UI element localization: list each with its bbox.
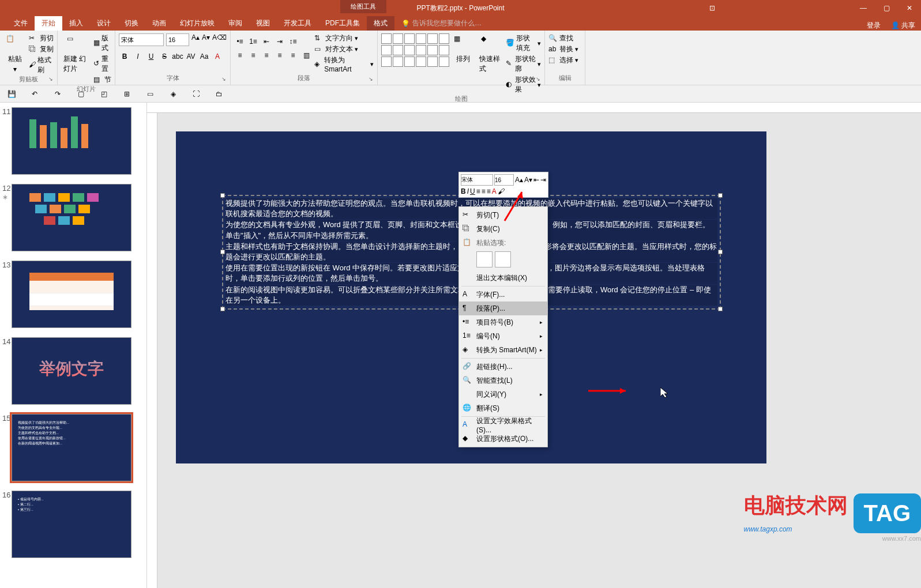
resize-handle-sw[interactable] bbox=[220, 307, 225, 311]
ctx-paragraph[interactable]: ¶段落(P)... bbox=[459, 301, 547, 315]
ctx-copy[interactable]: ⿻复制(C) bbox=[459, 222, 547, 236]
close-icon[interactable]: ✕ bbox=[898, 0, 921, 16]
ctx-translate[interactable]: 🌐翻译(S) bbox=[459, 401, 547, 415]
ctx-font[interactable]: A字体(F)... bbox=[459, 288, 547, 301]
ctx-bullets[interactable]: •≡项目符号(B)▸ bbox=[459, 315, 547, 329]
mini-indent-inc-icon[interactable]: ⇥ bbox=[540, 176, 546, 184]
quick-styles-button[interactable]: ◆快速样式 bbox=[477, 33, 503, 75]
strike-button[interactable]: S bbox=[159, 51, 170, 62]
tab-file[interactable]: 文件 bbox=[7, 16, 35, 31]
arrange-button[interactable]: ▦排列 bbox=[452, 33, 475, 65]
mini-dec-font-icon[interactable]: A▾ bbox=[524, 176, 532, 184]
bullets-button[interactable]: •≡ bbox=[234, 36, 246, 47]
signin-link[interactable]: 登录 bbox=[867, 21, 881, 31]
mini-inc-font-icon[interactable]: A▴ bbox=[515, 176, 523, 184]
tell-me-search[interactable]: 💡告诉我您想要做什么… bbox=[394, 16, 488, 31]
clipboard-launcher[interactable]: ↘ bbox=[48, 76, 55, 83]
mini-size-select[interactable] bbox=[494, 174, 514, 186]
shadow-button[interactable]: abc bbox=[172, 51, 183, 62]
mini-font-color-icon[interactable]: A bbox=[492, 187, 497, 195]
section-button[interactable]: ▤节 bbox=[93, 75, 111, 85]
layout-button[interactable]: ▦版式 bbox=[93, 33, 111, 53]
thumb-15[interactable]: 15视频提供了功能强大的方法帮助...为使您的文档具有专业外观...主题和样式也… bbox=[0, 409, 146, 486]
resize-handle-w[interactable] bbox=[220, 250, 225, 254]
ctx-hyperlink[interactable]: 🔗超链接(H)... bbox=[459, 360, 547, 374]
columns-button[interactable]: ▥ bbox=[300, 50, 312, 61]
tab-home[interactable]: 开始 bbox=[35, 16, 62, 31]
qat-icon-9[interactable]: ⛶ bbox=[190, 88, 202, 100]
numbering-button[interactable]: 1≡ bbox=[247, 36, 259, 47]
qat-icon-6[interactable]: ⊞ bbox=[121, 88, 133, 100]
qat-icon-7[interactable]: ▭ bbox=[144, 88, 156, 100]
mini-format-painter-icon[interactable]: 🖌 bbox=[498, 187, 505, 195]
ctx-shape-format[interactable]: ◆设置形状格式(O)... bbox=[459, 432, 547, 446]
tab-view[interactable]: 视图 bbox=[249, 16, 277, 31]
qat-icon-8[interactable]: ◈ bbox=[167, 88, 179, 100]
italic-button[interactable]: I bbox=[132, 51, 144, 62]
bold-button[interactable]: B bbox=[119, 51, 130, 62]
tab-pdf[interactable]: PDF工具集 bbox=[318, 16, 367, 31]
tab-insert[interactable]: 插入 bbox=[62, 16, 90, 31]
mini-bold-button[interactable]: B bbox=[461, 187, 466, 195]
align-text-button[interactable]: ▭对齐文本▾ bbox=[314, 44, 374, 54]
resize-handle-e[interactable] bbox=[718, 250, 723, 254]
minimize-icon[interactable]: — bbox=[852, 0, 875, 16]
spacing-button[interactable]: AV bbox=[185, 51, 197, 62]
ctx-numbering[interactable]: 1≡编号(N)▸ bbox=[459, 329, 547, 343]
tab-animations[interactable]: 动画 bbox=[145, 16, 173, 31]
mini-italic-button[interactable]: I bbox=[467, 187, 469, 195]
resize-handle-nw[interactable] bbox=[220, 193, 225, 198]
ctx-smart-lookup[interactable]: 🔍智能查找(L) bbox=[459, 374, 547, 387]
shapes-gallery[interactable] bbox=[381, 33, 449, 67]
ctx-paste-text-only[interactable] bbox=[495, 251, 511, 267]
select-button[interactable]: ⬚选择▾ bbox=[548, 55, 578, 65]
mini-align-center-icon[interactable]: ≡ bbox=[482, 187, 486, 195]
reset-button[interactable]: ↺重置 bbox=[93, 54, 111, 74]
indent-inc-button[interactable]: ⇥ bbox=[274, 36, 285, 47]
case-button[interactable]: Aa bbox=[198, 51, 210, 62]
thumb-16[interactable]: 16• 项目符号内容...• 第二行...• 第三行... bbox=[0, 486, 146, 563]
underline-button[interactable]: U bbox=[145, 51, 157, 62]
mini-align-right-icon[interactable]: ≡ bbox=[487, 187, 491, 195]
mini-underline-button[interactable]: U bbox=[470, 187, 475, 195]
cut-button[interactable]: ✂剪切 bbox=[29, 33, 54, 43]
clear-format-icon[interactable]: A⌫ bbox=[212, 33, 227, 46]
ctx-text-effects[interactable]: A设置文字效果格式(S)... bbox=[459, 418, 547, 432]
copy-button[interactable]: ⿻复制 bbox=[29, 44, 54, 54]
font-color-button[interactable]: A bbox=[212, 51, 223, 62]
shape-outline-button[interactable]: ✎形状轮廓▾ bbox=[506, 54, 541, 74]
text-direction-button[interactable]: ⇅文字方向▾ bbox=[314, 33, 374, 43]
thumb-14[interactable]: 14举例文字 bbox=[0, 333, 146, 409]
justify-button[interactable]: ≡ bbox=[274, 50, 285, 61]
mini-indent-dec-icon[interactable]: ⇤ bbox=[533, 176, 539, 184]
font-size-select[interactable] bbox=[166, 33, 189, 46]
align-center-button[interactable]: ≡ bbox=[247, 50, 259, 61]
new-slide-button[interactable]: ▭新建 幻灯片 bbox=[61, 33, 91, 75]
ctx-paste-keep-source[interactable] bbox=[476, 251, 493, 267]
qat-icon-10[interactable]: 🗀 bbox=[213, 88, 225, 100]
ctx-synonyms[interactable]: 同义词(Y)▸ bbox=[459, 387, 547, 401]
align-left-button[interactable]: ≡ bbox=[234, 50, 246, 61]
indent-dec-button[interactable]: ⇤ bbox=[261, 36, 272, 47]
paste-button[interactable]: 📋粘贴▾ bbox=[3, 33, 27, 74]
format-painter-button[interactable]: 🖌格式刷 bbox=[29, 55, 54, 75]
distribute-button[interactable]: ≡ bbox=[287, 50, 299, 61]
tab-slideshow[interactable]: 幻灯片放映 bbox=[173, 16, 221, 31]
tab-transitions[interactable]: 切换 bbox=[118, 16, 145, 31]
ctx-smartart[interactable]: ◈转换为 SmartArt(M)▸ bbox=[459, 343, 547, 357]
tab-review[interactable]: 审阅 bbox=[221, 16, 249, 31]
ribbon-display-icon[interactable]: ⊡ bbox=[709, 4, 715, 12]
thumb-11[interactable]: 11 bbox=[0, 103, 146, 179]
maximize-icon[interactable]: ▢ bbox=[875, 0, 898, 16]
ctx-exit-text-edit[interactable]: 退出文本编辑(X) bbox=[459, 271, 547, 285]
font-name-select[interactable] bbox=[119, 33, 164, 46]
convert-smartart-button[interactable]: ◈转换为 SmartArt▾ bbox=[314, 55, 374, 73]
paragraph-launcher[interactable]: ↘ bbox=[369, 76, 375, 83]
share-button[interactable]: 👤 共享 bbox=[891, 21, 915, 31]
increase-font-icon[interactable]: A▴ bbox=[191, 33, 200, 46]
tab-design[interactable]: 设计 bbox=[90, 16, 118, 31]
thumb-12[interactable]: 12∗ bbox=[0, 179, 146, 256]
line-spacing-button[interactable]: ↕≡ bbox=[287, 36, 299, 47]
mini-toolbar[interactable]: A▴ A▾ ⇤ ⇥ B I U ≡ ≡ ≡ A 🖌 bbox=[458, 172, 548, 198]
font-launcher[interactable]: ↘ bbox=[221, 76, 228, 83]
